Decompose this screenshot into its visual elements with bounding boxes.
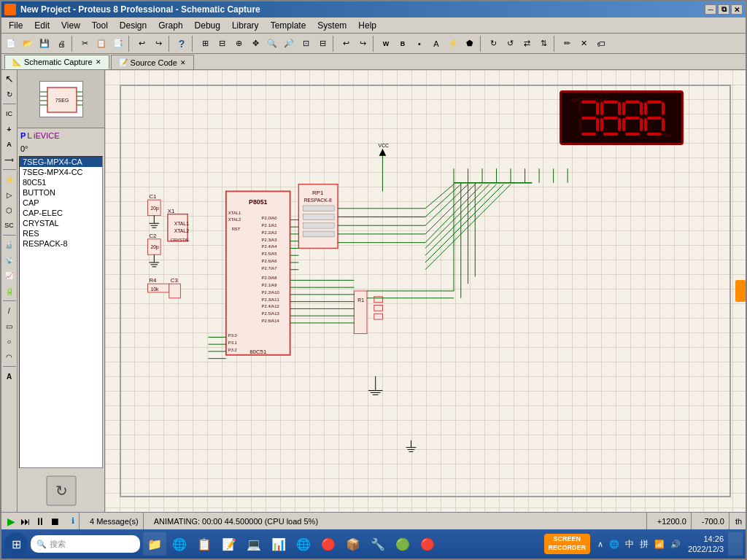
component-list[interactable]: 7SEG-MPX4-CA 7SEG-MPX4-CC 80C51 BUTTON C… — [19, 156, 103, 468]
tray-caret[interactable]: ∧ — [596, 540, 605, 549]
tb-help[interactable]: ? — [174, 36, 190, 52]
tb-zoom-area[interactable]: ⊟ — [314, 36, 330, 52]
show-desktop-button[interactable] — [728, 532, 743, 556]
lt-tape[interactable]: 📡 — [2, 253, 17, 268]
right-scroll-button[interactable] — [735, 280, 746, 302]
menu-tool[interactable]: Tool — [86, 19, 114, 32]
lt-bus[interactable]: ⟶ — [2, 152, 17, 167]
menu-template[interactable]: Template — [265, 19, 312, 32]
taskbar-app8[interactable]: 🟢 — [391, 532, 414, 556]
tb-rotate-ccw[interactable]: ↺ — [502, 36, 518, 52]
lt-terminal[interactable]: ▷ — [2, 187, 17, 202]
tb-junction[interactable]: • — [411, 36, 427, 52]
tb-bus[interactable]: B — [395, 36, 411, 52]
tb-zoom-in[interactable]: 🔍 — [264, 36, 280, 52]
step-button[interactable]: ⏭ — [19, 515, 32, 528]
play-button[interactable]: ▶ — [4, 515, 18, 528]
lt-line[interactable]: / — [2, 303, 17, 318]
menu-debug[interactable]: Debug — [189, 19, 226, 32]
taskbar-app9[interactable]: 🔴 — [416, 532, 439, 556]
tray-network[interactable]: 🌐 — [608, 540, 621, 549]
search-box[interactable]: 🔍 搜索 — [31, 535, 140, 553]
tab-source-close[interactable]: ✕ — [180, 59, 186, 66]
tray-sound[interactable]: 🔊 — [669, 540, 682, 549]
tab-source[interactable]: 📝 Source Code ✕ — [111, 55, 194, 69]
start-button[interactable]: ⊞ — [4, 532, 28, 556]
taskbar-ie[interactable]: 🌐 — [168, 532, 191, 556]
tb-delete[interactable]: ✕ — [576, 36, 592, 52]
list-item-cap-elec[interactable]: CAP-ELEC — [20, 208, 102, 218]
lt-component[interactable]: IC — [2, 106, 17, 121]
tray-ime1[interactable]: 中 — [624, 538, 635, 551]
restore-button[interactable]: ⧉ — [718, 4, 729, 15]
window-controls[interactable]: ─ ⧉ ✕ — [705, 4, 743, 15]
tb-copy[interactable]: 📋 — [93, 36, 109, 52]
tb-undo2[interactable]: ↩ — [338, 36, 354, 52]
list-item-res[interactable]: RES — [20, 228, 102, 238]
tb-redo2[interactable]: ↪ — [355, 36, 371, 52]
tb-wire[interactable]: W — [378, 36, 394, 52]
taskbar-app5[interactable]: 🔴 — [317, 532, 340, 556]
lt-box[interactable]: ▭ — [2, 319, 17, 333]
lt-port[interactable]: ⬡ — [2, 203, 17, 217]
tb-tag[interactable]: 🏷 — [592, 36, 608, 52]
tb-new[interactable]: 📄 — [3, 36, 19, 52]
taskbar-app3[interactable]: 💻 — [242, 532, 266, 556]
stop-button[interactable]: ⏹ — [48, 515, 61, 528]
tb-component[interactable]: ⊞ — [197, 36, 213, 52]
menu-view[interactable]: View — [55, 19, 86, 32]
tb-rotate-cw[interactable]: ↻ — [485, 36, 501, 52]
lt-battery[interactable]: 🔋 — [2, 284, 17, 298]
tb-undo[interactable]: ↩ — [133, 36, 150, 52]
menu-system[interactable]: System — [311, 19, 352, 32]
lt-circle[interactable]: ○ — [2, 334, 17, 349]
list-item-crystal[interactable]: CRYSTAL — [20, 218, 102, 228]
tab-schematic[interactable]: 📐 Schematic Capture ✕ — [4, 55, 109, 69]
lt-arc[interactable]: ◠ — [2, 349, 17, 364]
tray-ime2[interactable]: 拼 — [638, 538, 650, 551]
list-item-7seg-cc[interactable]: 7SEG-MPX4-CC — [20, 167, 102, 177]
taskbar-app1[interactable]: 📋 — [193, 532, 216, 556]
lt-text[interactable]: A — [2, 369, 17, 384]
tb-grid[interactable]: ⊟ — [214, 36, 230, 52]
menu-file[interactable]: File — [3, 19, 28, 32]
tb-redo[interactable]: ↪ — [150, 36, 166, 52]
menu-graph[interactable]: Graph — [152, 19, 188, 32]
taskbar-file-explorer[interactable]: 📁 — [143, 532, 166, 556]
close-button[interactable]: ✕ — [731, 4, 743, 15]
taskbar-app4[interactable]: 📊 — [267, 532, 290, 556]
menu-edit[interactable]: Edit — [28, 19, 55, 32]
tb-power[interactable]: ⚡ — [445, 36, 461, 52]
taskbar-chrome[interactable]: 🌐 — [292, 532, 315, 556]
tab-schematic-close[interactable]: ✕ — [96, 58, 101, 66]
minimize-button[interactable]: ─ — [705, 4, 716, 15]
lt-wire-label[interactable]: A — [2, 137, 17, 152]
list-item-cap[interactable]: CAP — [20, 198, 102, 208]
menu-help[interactable]: Help — [352, 19, 382, 32]
lt-probe[interactable]: 🔬 — [2, 238, 17, 252]
pause-button[interactable]: ⏸ — [34, 515, 47, 528]
tb-label[interactable]: A — [428, 36, 444, 52]
lt-select[interactable]: ↖ — [2, 71, 17, 86]
tb-move[interactable]: ✥ — [247, 36, 263, 52]
lt-power[interactable]: ⚡ — [2, 172, 17, 187]
tb-print[interactable]: 🖨 — [53, 36, 69, 52]
lt-junction[interactable]: + — [2, 122, 17, 136]
list-item-7seg-ca[interactable]: 7SEG-MPX4-CA — [20, 157, 102, 167]
tb-cut[interactable]: ✂ — [77, 36, 93, 52]
taskbar-app6[interactable]: 📦 — [341, 532, 365, 556]
tb-edit[interactable]: ✏ — [559, 36, 575, 52]
list-item-respack[interactable]: RESPACK-8 — [20, 238, 102, 249]
menu-design[interactable]: Design — [114, 19, 152, 32]
tray-wifi[interactable]: 📶 — [653, 540, 666, 549]
tb-save[interactable]: 💾 — [36, 36, 53, 52]
list-item-button[interactable]: BUTTON — [20, 187, 102, 198]
tb-zoom-out[interactable]: 🔎 — [281, 36, 297, 52]
tb-open[interactable]: 📂 — [20, 36, 36, 52]
system-clock[interactable]: 14:26 2022/12/3 — [685, 534, 727, 555]
list-item-80c51[interactable]: 80C51 — [20, 177, 102, 187]
schematic-canvas[interactable]: C1 20p C2 20p — [105, 70, 746, 512]
menu-library[interactable]: Library — [226, 19, 265, 32]
tb-flip-h[interactable]: ⇄ — [519, 36, 535, 52]
lt-graph[interactable]: 📈 — [2, 268, 17, 283]
